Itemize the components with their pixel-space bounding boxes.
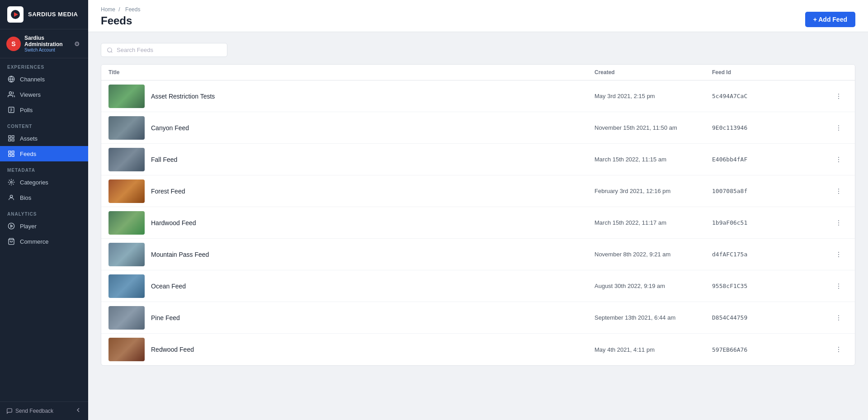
feed-thumbnail	[108, 85, 145, 108]
commerce-label: Commerce	[20, 238, 49, 245]
table-row[interactable]: Mountain Pass Feed November 8th 2022, 9:…	[101, 239, 855, 270]
sidebar-item-assets[interactable]: Assets	[0, 131, 88, 146]
channels-label: Channels	[20, 76, 45, 83]
feed-id: 5c494A7CaC	[712, 93, 830, 99]
svg-point-27	[838, 125, 839, 126]
add-feed-button[interactable]: + Add Feed	[805, 12, 855, 27]
feed-title-cell: Hardwood Feed	[108, 211, 594, 235]
feed-name: Pine Feed	[151, 314, 180, 321]
svg-point-46	[838, 317, 839, 318]
row-more-button[interactable]	[830, 217, 848, 228]
feed-id: d4fAFC175a	[712, 251, 830, 258]
table-row[interactable]: Canyon Feed November 15th 2021, 11:50 am…	[101, 112, 855, 144]
feed-name: Asset Restriction Tests	[151, 93, 215, 100]
svg-rect-10	[12, 136, 14, 138]
row-more-button[interactable]	[830, 91, 848, 102]
sidebar-footer: Send Feedback	[0, 401, 88, 420]
svg-point-28	[838, 127, 839, 128]
table-row[interactable]: Fall Feed March 15th 2022, 11:15 am E406…	[101, 144, 855, 175]
feed-date: November 8th 2022, 9:21 am	[594, 251, 712, 258]
row-more-button[interactable]	[830, 154, 848, 165]
polls-label: Polls	[20, 107, 33, 113]
svg-point-49	[838, 349, 839, 350]
feed-id: E406bb4fAF	[712, 156, 830, 163]
feed-name: Ocean Feed	[151, 283, 186, 290]
feed-name: Hardwood Feed	[151, 219, 196, 227]
feed-id: 1007085a8f	[712, 188, 830, 194]
search-bar-wrap	[101, 43, 855, 57]
switch-account-link[interactable]: Switch Account	[24, 47, 72, 52]
feedback-label: Send Feedback	[15, 408, 53, 414]
svg-rect-15	[12, 154, 14, 156]
svg-point-32	[838, 161, 839, 162]
svg-rect-9	[9, 136, 11, 138]
row-more-button[interactable]	[830, 281, 848, 292]
feeds-label: Feeds	[20, 151, 36, 157]
feed-id: 597EB66A76	[712, 346, 830, 353]
breadcrumb: Home / Feeds	[101, 6, 142, 13]
analytics-section-label: ANALYTICS	[0, 205, 88, 218]
logo-icon	[7, 6, 24, 23]
table-row[interactable]: Hardwood Feed March 15th 2022, 11:17 am …	[101, 207, 855, 239]
sidebar-item-bios[interactable]: Bios	[0, 190, 88, 205]
categories-label: Categories	[20, 179, 48, 186]
sidebar-item-categories[interactable]: Categories	[0, 175, 88, 190]
col-header-created: Created	[594, 69, 712, 76]
viewers-icon	[7, 90, 15, 99]
content-section-label: CONTENT	[0, 118, 88, 131]
sidebar-item-viewers[interactable]: Viewers	[0, 87, 88, 102]
polls-icon	[7, 106, 15, 114]
svg-point-38	[838, 224, 839, 225]
player-icon	[7, 222, 15, 230]
row-more-button[interactable]	[830, 312, 848, 323]
settings-button[interactable]: ⚙	[72, 38, 82, 49]
sidebar-item-commerce[interactable]: Commerce	[0, 234, 88, 249]
row-more-button[interactable]	[830, 344, 848, 355]
breadcrumb-home[interactable]: Home	[101, 6, 115, 13]
user-section: S Sardius Administration Switch Account …	[0, 29, 88, 58]
send-feedback-button[interactable]: Send Feedback	[6, 408, 53, 414]
row-more-button[interactable]	[830, 186, 848, 197]
feeds-icon	[7, 150, 15, 158]
sidebar-item-feeds[interactable]: Feeds	[0, 146, 88, 161]
feed-id: 9E0c113946	[712, 124, 830, 131]
svg-point-30	[838, 157, 839, 158]
collapse-sidebar-button[interactable]	[75, 406, 82, 415]
svg-point-35	[838, 193, 839, 193]
col-header-feed-id: Feed Id	[712, 69, 830, 76]
feed-thumbnail	[108, 306, 145, 330]
feed-id: 1b9aF06c51	[712, 219, 830, 226]
viewers-label: Viewers	[20, 91, 41, 98]
svg-point-42	[838, 283, 839, 284]
search-icon	[107, 47, 113, 53]
feed-date: March 15th 2022, 11:15 am	[594, 156, 712, 163]
sidebar-item-channels[interactable]: Channels	[0, 71, 88, 87]
svg-point-33	[838, 189, 839, 189]
feed-date: March 15th 2022, 11:17 am	[594, 219, 712, 226]
breadcrumb-current: Feeds	[125, 6, 140, 13]
table-row[interactable]: Ocean Feed August 30th 2022, 9:19 am 955…	[101, 270, 855, 302]
table-row[interactable]: Redwood Feed May 4th 2021, 4:11 pm 597EB…	[101, 334, 855, 365]
table-row[interactable]: Forest Feed February 3rd 2021, 12:16 pm …	[101, 175, 855, 207]
svg-marker-20	[11, 225, 13, 227]
feed-name: Mountain Pass Feed	[151, 251, 209, 258]
assets-icon	[7, 134, 15, 142]
feed-title-cell: Asset Restriction Tests	[108, 85, 594, 108]
svg-point-31	[838, 159, 839, 160]
main-content: Home / Feeds Feeds + Add Feed Title Crea…	[88, 0, 868, 420]
sidebar-item-player[interactable]: Player	[0, 218, 88, 234]
svg-point-34	[838, 191, 839, 192]
title-area: Home / Feeds Feeds	[101, 6, 142, 27]
search-input[interactable]	[117, 47, 222, 53]
content-area: Title Created Feed Id Asset Restriction …	[88, 32, 868, 420]
table-row[interactable]: Asset Restriction Tests May 3rd 2021, 2:…	[101, 80, 855, 112]
row-more-button[interactable]	[830, 249, 848, 260]
svg-point-45	[838, 315, 839, 316]
sidebar-item-polls[interactable]: Polls	[0, 102, 88, 118]
row-more-button[interactable]	[830, 123, 848, 133]
table-header: Title Created Feed Id	[101, 65, 855, 80]
feed-date: September 13th 2021, 6:44 am	[594, 314, 712, 321]
feed-date: May 3rd 2021, 2:15 pm	[594, 93, 712, 99]
table-row[interactable]: Pine Feed September 13th 2021, 6:44 am D…	[101, 302, 855, 334]
feed-name: Forest Feed	[151, 188, 185, 195]
